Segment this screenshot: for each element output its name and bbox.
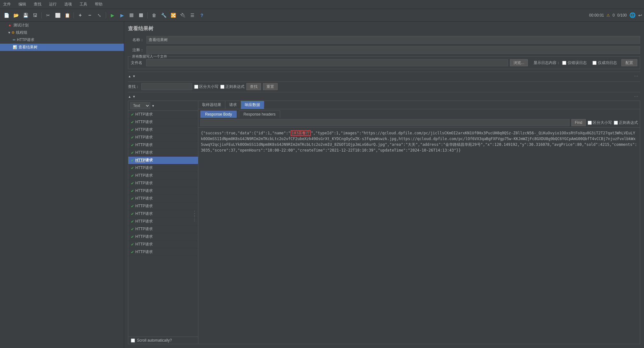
name-input[interactable]	[146, 36, 640, 44]
find-button[interactable]: 查找	[246, 83, 261, 90]
expand-btn-1[interactable]: ▼	[132, 75, 136, 78]
tab-response-data[interactable]: 响应数据	[241, 101, 264, 109]
right-panel: 查看结果树 名称： 注释： 所有数据写入一个文件 文件名 浏览... 显示日志内…	[124, 22, 644, 348]
list-item-7[interactable]: ✔ HTTP请求	[128, 157, 198, 164]
plugin-button[interactable]: 🔌	[178, 11, 187, 20]
list-item-13[interactable]: ✔ HTTP请求	[128, 202, 198, 210]
list-button[interactable]: ☰	[188, 11, 197, 20]
resp-case-label: 区分大小写	[593, 120, 612, 125]
tab-sampler-result[interactable]: 取样器结果	[198, 101, 225, 109]
collapse-btn-2[interactable]: ▲	[128, 95, 131, 98]
run-button[interactable]: ▶	[108, 11, 117, 20]
save-all-button[interactable]: 🖫	[31, 11, 39, 20]
list-item-11[interactable]: ✔ HTTP请求	[128, 187, 198, 195]
check-icon-5: ✔	[131, 143, 134, 147]
collapse-row-1: ▲ ▼ ···	[128, 72, 640, 80]
collapse-btn-1[interactable]: ▲	[128, 75, 131, 78]
check-icon-17: ✔	[131, 235, 134, 239]
new-button[interactable]: 📄	[2, 11, 11, 20]
menu-edit[interactable]: 编辑	[17, 1, 28, 8]
list-item-9[interactable]: ✔ HTTP请求	[128, 172, 198, 180]
config-button[interactable]: 配置	[621, 59, 637, 66]
tree-item-view-result[interactable]: 📊 查看结果树	[0, 44, 124, 51]
expand-button[interactable]: ⤡	[95, 11, 104, 20]
menu-find[interactable]: 查找	[32, 1, 43, 8]
resp-find-button[interactable]: Find	[571, 119, 586, 126]
connect-icon: ↩	[638, 13, 642, 18]
http-request-label: HTTP请求	[17, 37, 34, 43]
tree-item-thread-group[interactable]: ▼ ⚙ 线程组	[0, 29, 124, 36]
resp-regex-checkbox[interactable]	[614, 121, 618, 125]
run-all-button[interactable]: ▶	[117, 11, 126, 20]
more-dots-1[interactable]: ···	[632, 73, 640, 80]
copy-button[interactable]: ⬜	[53, 11, 62, 20]
settings-button[interactable]: 🔧	[159, 11, 168, 20]
drag-handle[interactable]: ⋮⋮	[192, 210, 197, 222]
thread-group-label: 线程组	[16, 30, 27, 35]
jmeter-button[interactable]: 🔀	[169, 11, 178, 20]
list-item-15[interactable]: ✔ HTTP请求	[128, 218, 198, 225]
menu-file[interactable]: 文件	[1, 1, 13, 8]
list-item-8[interactable]: ✔ HTTP请求	[128, 164, 198, 172]
cut-button[interactable]: ✂	[44, 11, 53, 20]
resp-tab-body[interactable]: Response Body	[200, 110, 237, 118]
reset-button[interactable]: 重置	[263, 83, 278, 90]
list-item-17[interactable]: ✔ HTTP请求	[128, 233, 198, 241]
expand-btn-2[interactable]: ▼	[132, 95, 136, 98]
help-button[interactable]: ?	[197, 11, 206, 20]
list-item-1[interactable]: ✔ HTTP请求	[128, 111, 198, 118]
stop-button[interactable]	[127, 11, 136, 20]
menu-help[interactable]: 帮助	[93, 1, 104, 8]
menu-run[interactable]: 运行	[47, 1, 59, 8]
tree-item-http-request[interactable]: ✏ HTTP请求	[0, 36, 124, 44]
list-item-10[interactable]: ✔ HTTP请求	[128, 180, 198, 187]
resp-tab-headers[interactable]: Response headers	[239, 110, 280, 118]
list-item-16[interactable]: ✔ HTTP请求	[128, 225, 198, 233]
error-log-checkbox[interactable]	[562, 61, 566, 65]
save-button[interactable]: 💾	[21, 11, 30, 20]
open-button[interactable]: 📂	[11, 11, 20, 20]
search-input[interactable]	[141, 83, 192, 90]
format-select[interactable]: Text HTML JSON XML	[130, 102, 150, 109]
view-result-label: 查看结果树	[18, 45, 38, 50]
list-item-19[interactable]: ✔ HTTP请求	[128, 248, 198, 256]
list-item-2[interactable]: ✔ HTTP请求	[128, 118, 198, 126]
list-item-12[interactable]: ✔ HTTP请求	[128, 195, 198, 202]
stop-all-button[interactable]	[137, 11, 145, 20]
success-log-checkbox[interactable]	[592, 61, 597, 65]
add-button[interactable]: +	[76, 11, 85, 20]
list-item-18[interactable]: ✔ HTTP请求	[128, 241, 198, 248]
regex-checkbox[interactable]	[220, 85, 224, 89]
paste-button[interactable]: 📋	[63, 11, 72, 20]
list-item-14[interactable]: ✔ HTTP请求	[128, 210, 198, 218]
tab-request[interactable]: 请求	[225, 101, 241, 109]
remove-button[interactable]: −	[85, 11, 94, 20]
scroll-auto-checkbox[interactable]	[131, 338, 135, 343]
browse-button[interactable]: 浏览...	[510, 59, 528, 66]
total-display: 0/100	[617, 13, 627, 18]
list-item-3[interactable]: ✔ HTTP请求	[128, 126, 198, 134]
name-row: 名称：	[128, 36, 640, 44]
resp-search-input[interactable]	[200, 119, 570, 126]
case-sensitive-checkbox[interactable]	[194, 85, 198, 89]
thread-group-icon: ⚙	[11, 31, 15, 35]
menu-tools[interactable]: 工具	[78, 1, 89, 8]
list-item-6[interactable]: ✔ HTTP请求	[128, 149, 198, 157]
scroll-check-row: Scroll automatically?	[128, 337, 198, 344]
format-dropdown-row: Text HTML JSON XML ▼	[128, 101, 198, 111]
tree-item-test-plan[interactable]: 🔺 测试计划	[0, 22, 124, 29]
list-label-14: HTTP请求	[135, 211, 153, 217]
resp-case-checkbox[interactable]	[588, 121, 592, 125]
list-item-5[interactable]: ✔ HTTP请求	[128, 141, 198, 149]
more-dots-2[interactable]: ···	[632, 93, 640, 100]
list-label-10: HTTP请求	[135, 181, 153, 186]
highlighted-text: 103茶餐厅	[291, 130, 311, 136]
clear-button[interactable]: 🗑	[150, 11, 159, 20]
list-item-4[interactable]: ✔ HTTP请求	[128, 134, 198, 141]
file-input[interactable]	[146, 59, 508, 66]
check-icon-13: ✔	[131, 204, 134, 209]
scroll-auto-label: Scroll automatically?	[137, 338, 172, 343]
collapse-row-2: ▲ ▼ ···	[128, 92, 640, 101]
comment-input[interactable]	[146, 46, 640, 54]
menu-options[interactable]: 选项	[62, 1, 74, 8]
